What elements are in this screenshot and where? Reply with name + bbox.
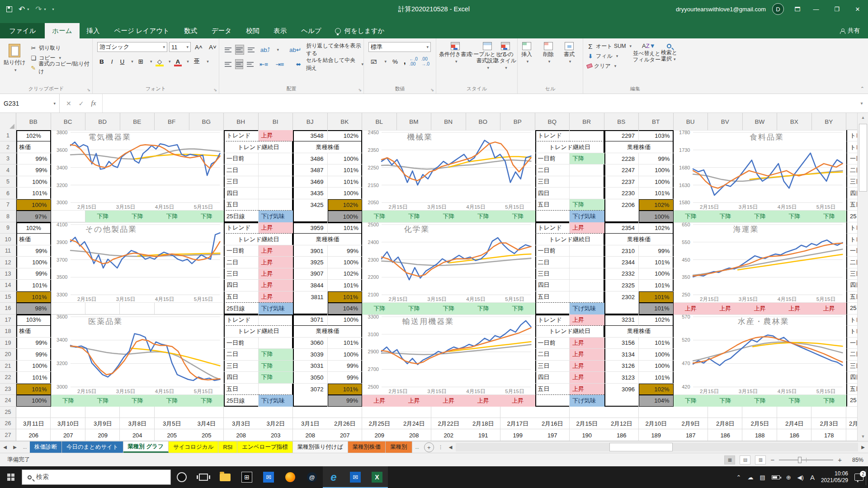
row-header-27[interactable]: 27 (0, 429, 16, 441)
phonetic-guide-button[interactable]: 亜 (192, 56, 203, 66)
price-value[interactable]: 3487 (293, 164, 328, 176)
trend-label[interactable]: 二日 (535, 349, 570, 360)
bb-cell[interactable]: 101% (16, 280, 51, 291)
account-email[interactable]: dryyourtearswithlove1@gmail.com (676, 6, 766, 13)
price-value[interactable]: 3811 (293, 291, 328, 303)
count-cell[interactable]: 186 (777, 429, 812, 441)
ribbon-tab-ヘルプ[interactable]: ヘルプ (294, 23, 329, 38)
price-value[interactable]: 3425 (293, 199, 328, 211)
count-cell[interactable]: 204 (120, 429, 155, 441)
price-pct[interactable]: 100% (639, 349, 674, 360)
count-cell[interactable]: 191 (466, 429, 501, 441)
partial-cell[interactable]: 二日 (846, 349, 857, 360)
trend-value[interactable]: 上昇 (570, 372, 604, 383)
trend-value[interactable] (259, 338, 293, 349)
trend-value[interactable]: 下げ気味 (259, 211, 293, 222)
under-trend-cell[interactable]: 下降 (85, 211, 120, 222)
sheet-tab-業種別株価[interactable]: 業種別株価 (348, 441, 386, 453)
price-value[interactable]: 3548 (293, 130, 328, 141)
price-value[interactable]: 3231 (604, 314, 639, 326)
bb-cell[interactable]: 100% (16, 199, 51, 211)
align-center-icon[interactable] (235, 59, 244, 69)
trend-label[interactable]: トレンド (535, 222, 570, 234)
under-trend-cell[interactable]: 下降 (120, 211, 155, 222)
column-header-BE[interactable]: BE (120, 113, 155, 130)
trend-value[interactable]: 上昇 (259, 257, 293, 268)
price-pct[interactable]: 102% (328, 130, 363, 141)
accounting-format-icon[interactable]: 🖃 (368, 56, 379, 66)
price-pct[interactable]: 101% (328, 291, 363, 303)
date-cell[interactable]: 3月8日 (120, 418, 155, 429)
under-trend-cell[interactable]: 下降 (155, 395, 189, 406)
price-value[interactable]: 2325 (604, 280, 639, 291)
network-icon[interactable]: ⊕ (786, 474, 791, 481)
date-cell[interactable]: 2月26日 (328, 418, 363, 429)
price-pct[interactable]: 101% (639, 280, 674, 291)
chart-水産・農林業[interactable]: 5705204704202月15日3月15日4月15日5月15日水産・農林業 (674, 314, 847, 395)
firefox-icon[interactable] (279, 466, 301, 488)
trend-label[interactable]: トレンド (224, 314, 259, 326)
row-header-25[interactable]: 25 (0, 407, 16, 418)
date-cell[interactable]: 3月10日 (51, 418, 86, 429)
count-cell[interactable]: 205 (189, 429, 224, 441)
price-value[interactable]: 3156 (604, 338, 639, 349)
partial-cell[interactable]: 25日線 (846, 303, 857, 314)
ribbon-tab-数式[interactable]: 数式 (177, 23, 204, 38)
price-pct[interactable]: 101% (328, 384, 363, 395)
price-value[interactable]: 2230 (604, 188, 639, 199)
clear-button[interactable]: クリア▾ (587, 61, 632, 71)
count-cell[interactable]: 209 (362, 429, 397, 441)
under-trend-cell[interactable]: 下降 (500, 303, 535, 314)
formula-input[interactable] (103, 94, 855, 113)
row-header-19[interactable]: 19 (0, 338, 16, 349)
trend-label[interactable]: 二日 (224, 257, 259, 268)
price-value[interactable]: 2237 (604, 176, 639, 188)
date-cell[interactable]: 3月3日 (224, 418, 259, 429)
trend-days-header[interactable]: トレンド継続日 (535, 326, 604, 337)
date-cell[interactable]: 2月10日 (639, 418, 674, 429)
under-trend-cell[interactable]: 上昇 (777, 303, 812, 314)
trend-label[interactable] (535, 211, 570, 222)
vertical-scrollbar[interactable]: ▲ ▼ (857, 113, 868, 441)
paste-button[interactable]: 貼り付け▾ (4, 40, 26, 72)
row-header-2[interactable]: 2 (0, 141, 16, 153)
price-value[interactable] (293, 395, 328, 406)
date-cell[interactable]: 2月25日 (362, 418, 397, 429)
column-header-BX[interactable]: BX (777, 113, 812, 130)
partial-cell[interactable]: 五日 (846, 291, 857, 303)
column-header-BN[interactable]: BN (431, 113, 466, 130)
sheet-tab-業種別張り付けば[interactable]: 業種別張り付けば (293, 441, 348, 453)
ribbon-tab-校閲[interactable]: 校閲 (239, 23, 266, 38)
price-value[interactable]: 2302 (604, 291, 639, 303)
trend-value[interactable]: 上昇 (259, 245, 293, 257)
count-cell[interactable]: 190 (570, 429, 604, 441)
trend-value[interactable] (259, 188, 293, 199)
conditional-formatting-button[interactable]: 条件付き書式▾ (439, 38, 472, 65)
zoom-slider-thumb[interactable] (798, 457, 802, 463)
count-cell[interactable]: 189 (639, 429, 674, 441)
cortana-icon[interactable] (171, 466, 193, 488)
tab-scroll-right-icon[interactable]: ▶ (10, 441, 20, 453)
trend-value[interactable] (570, 280, 604, 291)
count-cell[interactable]: 197 (535, 429, 570, 441)
partial-cell[interactable]: 25日線 (846, 211, 857, 222)
zoom-level[interactable]: 85% (846, 457, 863, 463)
partial-cell[interactable]: 三日 (846, 361, 857, 372)
price-value[interactable]: 3072 (293, 384, 328, 395)
price-pct[interactable]: 101% (639, 257, 674, 268)
bb-cell[interactable]: 101% (16, 291, 51, 303)
bb-cell[interactable]: 株価 (16, 141, 51, 153)
price-pct[interactable]: 101% (328, 280, 363, 291)
trend-value[interactable] (259, 164, 293, 176)
under-trend-cell[interactable]: 上昇 (674, 303, 708, 314)
format-cells-button[interactable]: 書式▾ (564, 38, 575, 65)
price-pct[interactable]: 102% (639, 222, 674, 234)
bb-cell[interactable]: 99% (16, 153, 51, 164)
trend-value[interactable]: 上昇 (570, 222, 604, 234)
count-cell[interactable]: 188 (743, 429, 778, 441)
price-value[interactable]: 3959 (293, 222, 328, 234)
price-pct[interactable]: 99% (328, 372, 363, 383)
file-explorer-icon[interactable] (214, 466, 236, 488)
price-value[interactable]: 2344 (604, 257, 639, 268)
trend-value[interactable]: 下降 (259, 372, 293, 383)
